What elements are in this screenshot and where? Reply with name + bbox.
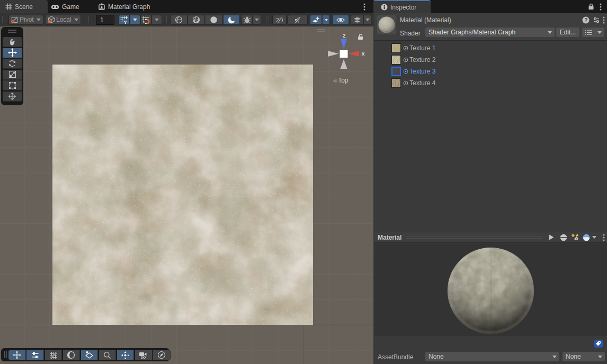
svg-text:z: z [343, 32, 346, 39]
svg-text:?: ? [584, 17, 587, 23]
svg-text:Y: Y [124, 19, 128, 24]
svg-text:x: x [362, 50, 365, 57]
